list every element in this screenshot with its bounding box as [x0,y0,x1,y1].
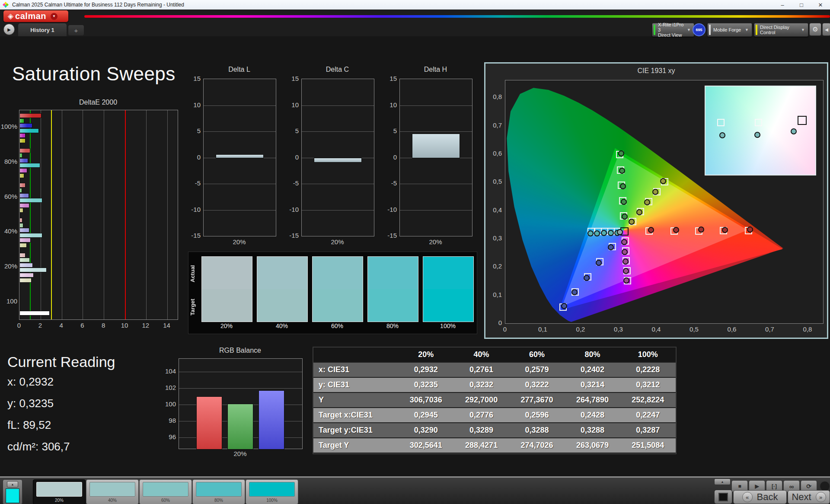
rgb-y-tick: 98 [163,417,176,424]
cie-zoom-inset [705,86,816,175]
chevron-down-icon: ▼ [801,28,805,32]
page-title: Saturation Sweeps [12,63,176,85]
pattern-patch-80%[interactable]: 80% [192,479,245,504]
color-swatch[interactable] [367,256,418,322]
meter-id-value: 695 [696,28,702,32]
chevron-down-icon: ▼ [51,13,57,20]
cie-y-tick: 0,4 [485,206,502,214]
small-delta-y-tick: 5 [383,127,397,134]
collapse-transport-button[interactable]: ▲ [714,478,731,485]
cie-y-tick: 0,1 [485,291,502,298]
cie-chart-panel[interactable]: CIE 1931 xy 00,10,20,30,40,50,60,70,8 00… [484,62,828,339]
color-swatch[interactable] [423,256,474,322]
gear-icon: ⚙ [812,26,818,33]
pattern-patch-60%[interactable]: 60% [139,479,192,504]
pattern-patch-40%[interactable]: 40% [86,479,139,504]
calman-diamond-icon: ◈ [8,12,13,21]
close-button[interactable]: ✕ [811,0,830,10]
meter-id-badge[interactable]: 695 [693,23,706,36]
pattern-patch-100%[interactable]: 100% [246,479,298,504]
current-pattern-swatch[interactable] [6,488,19,503]
cie-x-tick: 0,2 [572,325,589,333]
cie-x-labels: 00,10,20,30,40,50,60,70,8 [485,325,830,335]
deltae-y-tick: 40% [0,227,17,235]
target-color [202,289,252,322]
deltae-chart [19,110,178,320]
deltae-bar [19,193,29,198]
color-swatch[interactable] [201,256,252,322]
table-cell: 288,4271 [453,441,509,450]
meter-dropdown[interactable]: X-Rite i1Pro 3Direct View ▼ [652,23,694,37]
deltae-chart-title: DeltaE 2000 [19,99,177,106]
refresh-icon: ⟳ [806,483,811,490]
settings-button[interactable]: ⚙ [809,23,821,36]
current-reading-title: Current Reading [7,354,115,370]
tab-scroll-button[interactable]: ▶ [3,24,15,35]
cie-y-tick: 0,6 [485,150,502,157]
color-swatch[interactable] [257,256,308,322]
target-color [313,289,363,322]
deltae-bar [19,163,40,168]
magenta-measured-marker [621,239,627,245]
pattern-patch-20%[interactable]: 20% [33,479,86,504]
deltae-bar [19,158,28,163]
table-row: x: CIE310,29320,27610,25790,24020,2228 [313,363,676,378]
gridline [62,110,62,319]
table-cell: 0,2596 [509,411,565,420]
gridline [104,110,104,319]
deltae-bar [19,273,34,278]
deltae-bar [19,128,39,133]
swatch-label: 40% [257,322,307,329]
deltae-bar [19,208,23,213]
deltae-bar [19,198,42,203]
display-control-label: Direct Display Control [760,25,798,35]
swatch-label: 100% [423,322,473,329]
color-swatch[interactable] [312,256,363,322]
table-row-label: y: CIE31 [313,380,398,389]
table-header-cell: 40% [453,350,509,359]
small-delta-y-tick: -15 [285,232,299,239]
table-row-label: Y [313,396,398,405]
inset-blue-corner [706,86,815,175]
collapse-toolbar-button[interactable]: ◀ [822,23,830,36]
next-button[interactable]: Next » [788,490,830,504]
pattern-window-button[interactable] [714,490,732,504]
minimize-button[interactable]: – [773,0,792,10]
expand-patterns-button[interactable]: ▲ [7,481,18,488]
gridline [204,184,276,184]
deltae-x-tick: 0 [14,322,24,329]
tab-history-1[interactable]: History 1 [18,23,67,36]
saturation-swatch-panel: ActualTarget20%40%60%80%100% [188,252,477,334]
deltae-bar [19,258,30,262]
back-button[interactable]: « Back [733,490,787,504]
yellow-measured-marker [629,219,635,225]
pattern-source-dropdown[interactable]: Mobile Forge ▼ [707,23,752,37]
small-delta-y-tick: 10 [285,101,299,108]
table-header-cell: 100% [620,350,676,359]
current-reading-item: fL: 89,52 [7,418,70,432]
display-control-dropdown[interactable]: Direct Display Control ▼ [754,23,808,37]
gridline [302,210,374,211]
calman-menu-button[interactable]: ◈ calman ▼ [3,10,68,22]
deltae-bar [19,113,42,118]
small-delta-y-tick: -5 [285,179,299,187]
deltae-y-tick: 20% [0,262,17,270]
inset-whitepoint-marker [798,116,807,125]
display-status-bar [756,25,757,35]
target-color [257,289,307,322]
deltae-bar [19,243,27,248]
deltae-y-tick: 100 [0,297,17,305]
table-cell: 0,3212 [620,380,676,389]
rgb-balance-title: RGB Balance [179,347,302,354]
blue-measured-marker [561,303,567,309]
swatch-label: 80% [367,322,418,329]
target-color [368,289,418,322]
small-delta-y-tick: 0 [383,153,397,161]
table-row-label: Target Y [313,441,398,450]
add-tab-button[interactable]: + [68,25,84,35]
swatch-label: 20% [201,322,252,329]
maximize-button[interactable]: □ [792,0,811,10]
rgb-bar-blue [259,390,284,450]
patch-label: 40% [86,498,138,503]
gridline [146,110,147,319]
